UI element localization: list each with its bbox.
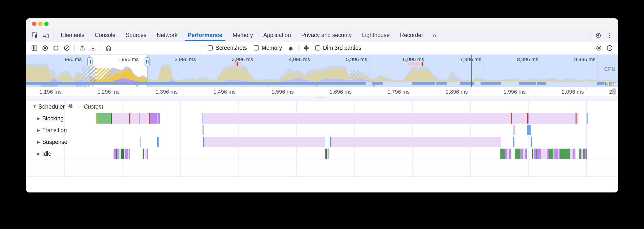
flame-bar-idle[interactable] (142, 149, 144, 159)
flame-bar-idle[interactable] (121, 149, 124, 159)
flame-bar-idle[interactable] (548, 149, 554, 159)
memory-checkbox[interactable] (254, 45, 259, 50)
flame-bar-suspense[interactable] (530, 137, 532, 147)
load-profile-icon[interactable] (77, 43, 88, 53)
flame-bar-blocking[interactable] (112, 113, 129, 124)
flame-bar-idle[interactable] (541, 149, 547, 159)
collapse-arrow-icon[interactable]: ▼ (31, 104, 38, 109)
flame-bar-idle[interactable] (114, 149, 116, 159)
flame-bar-transition[interactable] (527, 125, 530, 135)
flame-bar-idle[interactable] (523, 149, 525, 159)
flame-bar-idle[interactable] (128, 149, 130, 159)
flame-bar-idle[interactable] (125, 149, 128, 159)
dim-3rd-parties-checkbox[interactable] (315, 45, 320, 50)
flame-bar-idle[interactable] (560, 149, 570, 159)
timeline-overview[interactable]: 996 ms1,996 ms2,996 ms3,996 ms4,996 ms5,… (26, 55, 618, 87)
timeline-ruler[interactable]: 1,196 ms1,296 ms1,396 ms1,496 ms1,596 ms… (26, 87, 618, 96)
right-selection-handle[interactable] (144, 57, 150, 66)
flame-bar-suspense[interactable] (140, 137, 141, 147)
flame-bar-idle[interactable] (532, 149, 533, 159)
garbage-collect-brush-icon[interactable] (286, 43, 296, 53)
flame-bar-idle[interactable] (509, 149, 511, 159)
flame-bar-idle[interactable] (536, 149, 537, 159)
flame-bar-suspense[interactable] (330, 137, 331, 147)
record-reload-icon[interactable] (50, 43, 61, 53)
tab-network[interactable]: Network (152, 29, 182, 41)
expand-arrow-icon[interactable]: ▶ (35, 140, 42, 145)
flame-bar-idle[interactable] (525, 149, 527, 159)
flame-bar-blocking[interactable] (158, 113, 160, 124)
tab-console[interactable]: Console (90, 29, 120, 41)
track-row-blocking[interactable]: ▶Blocking (35, 113, 64, 124)
flame-bar-idle[interactable] (515, 149, 520, 159)
expand-arrow-icon[interactable]: ▶ (35, 128, 42, 133)
flame-bar-idle[interactable] (572, 149, 574, 159)
track-group-header-scheduler[interactable]: ▼Scheduler— Custom (31, 101, 103, 113)
flame-bar-idle[interactable] (500, 149, 504, 159)
flame-bar-idle[interactable] (534, 149, 536, 159)
tab-application[interactable]: Application (258, 29, 296, 41)
flame-bar-idle[interactable] (547, 149, 548, 159)
flame-bar-blocking[interactable] (203, 113, 511, 124)
flame-bar-transition[interactable] (202, 125, 204, 135)
flame-bar-idle[interactable] (504, 149, 507, 159)
tab-recorder[interactable]: Recorder (395, 29, 428, 41)
flame-bar-blocking[interactable] (140, 113, 149, 124)
settings-gear-icon[interactable] (593, 30, 604, 41)
window-titlebar[interactable] (26, 18, 618, 29)
flame-bar-blocking[interactable] (150, 113, 157, 124)
inspect-icon[interactable] (30, 30, 40, 41)
tab-privacy-and-security[interactable]: Privacy and security (296, 29, 357, 41)
left-selection-handle[interactable] (87, 57, 92, 66)
flamechart-tracks[interactable]: ▼Scheduler— Custom▶Blocking▶Transition▶S… (26, 101, 618, 176)
help-icon[interactable]: ? (604, 43, 615, 53)
more-options-icon[interactable] (604, 30, 614, 41)
flame-bar-suspense[interactable] (331, 137, 501, 147)
flame-bar-idle[interactable] (554, 149, 558, 159)
flame-bar-blocking[interactable] (529, 113, 576, 124)
more-tabs-icon[interactable]: » (428, 32, 440, 39)
close-window-button[interactable] (32, 21, 36, 26)
flame-bar-blocking[interactable] (512, 113, 527, 124)
tab-sources[interactable]: Sources (120, 29, 152, 41)
tab-memory[interactable]: Memory (228, 29, 258, 41)
flame-bar-suspense[interactable] (514, 137, 514, 147)
flame-bar-suspense[interactable] (204, 137, 325, 147)
save-profile-icon[interactable] (88, 43, 98, 53)
track-row-transition[interactable]: ▶Transition (35, 124, 67, 136)
flame-bar-idle[interactable] (328, 149, 329, 159)
capture-settings-gear-icon[interactable] (594, 43, 604, 53)
toggle-sidebar-icon[interactable] (29, 43, 40, 53)
flame-bar-suspense[interactable] (157, 137, 158, 147)
tab-lighthouse[interactable]: Lighthouse (357, 29, 395, 41)
flame-bar-idle[interactable] (584, 149, 584, 159)
flame-bar-blocking[interactable] (130, 113, 139, 124)
flame-bar-idle[interactable] (144, 149, 147, 159)
flame-bar-idle[interactable] (579, 149, 581, 159)
flame-bar-idle[interactable] (327, 149, 328, 159)
tab-performance[interactable]: Performance (182, 29, 228, 41)
flame-bar-idle[interactable] (582, 149, 584, 159)
live-metrics-home-icon[interactable] (103, 43, 114, 53)
flame-bar-idle[interactable] (570, 149, 572, 159)
track-row-idle[interactable]: ▶Idle (35, 148, 51, 160)
flame-bar-idle[interactable] (574, 149, 576, 159)
panel-resize-handle[interactable]: ··· (26, 96, 618, 101)
flame-bar-blocking[interactable] (576, 113, 578, 124)
minimize-window-button[interactable] (38, 21, 42, 26)
flame-bar-blocking[interactable] (96, 113, 112, 124)
flame-bar-idle[interactable] (586, 149, 587, 159)
clear-icon[interactable] (61, 43, 72, 53)
flame-bar-idle[interactable] (117, 149, 119, 159)
record-icon[interactable] (40, 43, 50, 53)
flame-bar-idle[interactable] (585, 149, 586, 159)
flame-bar-transition[interactable] (514, 125, 515, 135)
flame-bar-idle[interactable] (507, 149, 509, 159)
vertical-scrollbar-thumb[interactable] (612, 88, 616, 95)
resize-grip-dots[interactable]: ··· (317, 96, 327, 98)
tab-elements[interactable]: Elements (56, 29, 90, 41)
expand-arrow-icon[interactable]: ▶ (35, 151, 42, 156)
track-row-suspense[interactable]: ▶Suspense (35, 136, 67, 148)
collapse-recording-icon[interactable] (301, 43, 312, 53)
expand-arrow-icon[interactable]: ▶ (35, 116, 42, 121)
